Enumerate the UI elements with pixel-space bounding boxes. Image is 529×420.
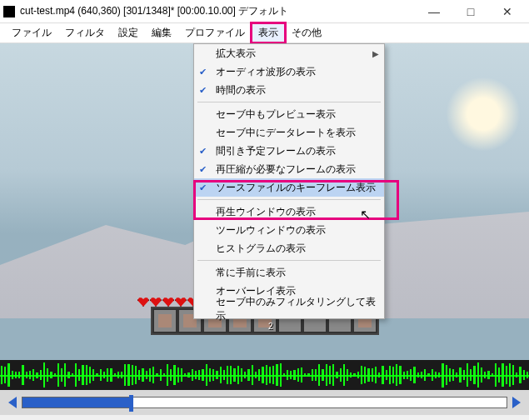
timeline-thumb[interactable] [129,395,133,412]
menu-item-ヒストグラムの表示[interactable]: ヒストグラムの表示 [194,239,384,258]
menu-item-セーブ中にデータレートを表示[interactable]: セーブ中にデータレートを表示 [194,123,384,142]
submenu-arrow-icon: ▶ [372,49,379,58]
menu-item-ツールウィンドウの表示[interactable]: ツールウィンドウの表示 [194,221,384,239]
maximize-button[interactable]: □ [452,0,489,23]
menu-編集[interactable]: 編集 [145,23,178,42]
menu-item-セーブ中のみフィルタリングして表示[interactable]: セーブ中のみフィルタリングして表示 [194,300,384,318]
check-icon: ✔ [199,67,207,78]
minimize-button[interactable]: — [416,0,452,23]
timeline [0,390,529,415]
menu-item-label: 間引き予定フレームの表示 [216,144,336,158]
menu-item-label: 再生ウインドウの表示 [216,205,316,219]
menu-item-label: オーディオ波形の表示 [216,65,316,79]
menu-item-間引き予定フレームの表示[interactable]: ✔間引き予定フレームの表示 [194,142,384,160]
check-icon: ✔ [199,182,207,193]
menu-プロファイル[interactable]: プロファイル [178,23,252,42]
menu-その他[interactable]: その他 [285,23,328,42]
window-title: cut-test.mp4 (640,360) [301/1348]* [00:0… [20,4,416,18]
sun-graphic [446,77,521,152]
menu-item-label: ソースファイルのキーフレーム表示 [216,181,376,195]
menu-item-label: セーブ中のみフィルタリングして表示 [216,295,376,323]
menu-item-label: 常に手前に表示 [216,266,286,280]
menu-item-label: ヒストグラムの表示 [216,242,306,256]
heart-icon [175,297,187,307]
menubar: ファイルフィルタ設定編集プロファイル表示その他 [0,23,529,43]
menu-表示[interactable]: 表示 [252,23,285,42]
heart-icon [162,297,174,307]
menu-item-常に手前に表示[interactable]: 常に手前に表示 [194,263,384,282]
timeline-next-button[interactable] [512,397,521,408]
menu-フィルタ[interactable]: フィルタ [58,23,112,42]
menu-item-label: 拡大表示 [216,47,256,61]
check-icon: ✔ [199,85,207,96]
sword-icon [158,314,172,328]
menu-item-ソースファイルのキーフレーム表示[interactable]: ✔ソースファイルのキーフレーム表示 [194,178,384,197]
titlebar: cut-test.mp4 (640,360) [301/1348]* [00:0… [0,0,529,23]
menu-item-再生ウインドウの表示[interactable]: 再生ウインドウの表示 [194,202,384,221]
heart-icon [137,297,149,307]
close-button[interactable]: ✕ [489,0,526,23]
menu-item-label: セーブ中にデータレートを表示 [216,126,356,140]
menu-item-label: セーブ中もプレビュー表示 [216,108,336,122]
menu-item-label: 再圧縮が必要なフレームの表示 [216,162,356,177]
heart-icon [150,297,162,307]
menu-item-再圧縮が必要なフレームの表示[interactable]: ✔再圧縮が必要なフレームの表示 [194,160,384,178]
check-icon: ✔ [199,164,207,175]
menu-item-時間の表示[interactable]: ✔時間の表示 [194,81,384,99]
audio-waveform[interactable] [0,360,529,390]
check-icon: ✔ [199,146,207,157]
menu-設定[interactable]: 設定 [112,23,145,42]
menu-item-label: ツールウィンドウの表示 [216,223,326,238]
menu-item-セーブ中もプレビュー表示[interactable]: セーブ中もプレビュー表示 [194,105,384,123]
view-menu-dropdown: 拡大表示▶✔オーディオ波形の表示✔時間の表示セーブ中もプレビュー表示セーブ中にデ… [193,43,385,319]
hotbar-slot[interactable] [152,308,177,333]
video-viewport: 拡大表示▶✔オーディオ波形の表示✔時間の表示セーブ中もプレビュー表示セーブ中にデ… [0,43,529,360]
menu-item-label: 時間の表示 [216,83,266,98]
menu-item-拡大表示[interactable]: 拡大表示▶ [194,44,384,62]
mouse-cursor-icon: ↖ [360,207,371,222]
menu-ファイル[interactable]: ファイル [5,23,58,42]
timeline-track[interactable] [22,397,507,408]
menu-item-オーディオ波形の表示[interactable]: ✔オーディオ波形の表示 [194,62,384,81]
app-icon [3,6,15,18]
timeline-prev-button[interactable] [8,397,17,408]
